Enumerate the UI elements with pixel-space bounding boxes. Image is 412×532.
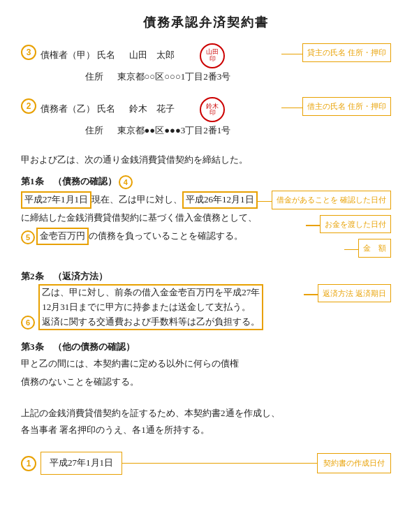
article2-highlight: 乙は、甲に対し、前条の借入金金壱百万円を平成27年 12月31日までに甲方に持参… xyxy=(38,284,263,330)
debtor-address-value: 東京都●●区●●●3丁目2番1号 xyxy=(117,125,231,135)
article1: 第1条 （債務の確認） 4 平成27年1月1日現在、乙は甲に対し、平成26年12… xyxy=(21,175,391,260)
article2-anno-row: 返済方法 返済期日 xyxy=(304,284,391,306)
article2-title: 第2条 （返済方法） xyxy=(21,270,391,283)
article1-anno2-row: お金を渡した日付 xyxy=(306,215,391,237)
article1-annotations: 借金があることを 確認した日付 お金を渡した日付 金 額 xyxy=(314,191,391,260)
article2-badge: 6 xyxy=(21,316,35,330)
article2: 第2条 （返済方法） 6 乙は、甲に対し、前条の借入金金壱百万円を平成27年 1… xyxy=(21,270,391,331)
article1-title: 第1条 （債務の確認） 4 xyxy=(21,175,391,189)
article1-anno2: お金を渡した日付 xyxy=(320,215,391,234)
creditor-main: 3 債権者（甲） 氏名 山田 太郎 山田 印 住所 東京都○○区○○○1丁目2番… xyxy=(21,43,281,90)
debtor-label: 債務者（乙） xyxy=(41,103,95,114)
creditor-connector xyxy=(281,54,302,55)
article2-connector xyxy=(304,294,318,295)
debtor-main: 2 債務者（乙） 氏名 鈴木 花子 鈴木 印 住所 東京都●●区●●●3丁目2番… xyxy=(21,97,281,144)
article1-text2: に締結した金銭消費貸借契約に基づく借入金債務として、 xyxy=(21,212,257,223)
creditor-info: 債権者（甲） 氏名 山田 太郎 山田 印 住所 東京都○○区○○○1丁目2番3号 xyxy=(41,43,281,84)
creditor-badge: 3 xyxy=(21,45,36,60)
footer-date: 平成27年1月1日 xyxy=(41,452,122,475)
article1-anno1-row: 借金があることを 確認した日付 xyxy=(258,191,391,212)
footer-annotation: 契約書の作成日付 xyxy=(317,453,391,473)
creditor-address-value: 東京都○○区○○○1丁目2番3号 xyxy=(117,71,231,82)
article2-annotation: 返済方法 返済期日 xyxy=(318,284,391,303)
article1-body-row: 平成27年1月1日現在、乙は甲に対し、平成26年12月1日 に締結した金銭消費貸… xyxy=(21,191,391,260)
debtor-annotation-area: 借主の氏名 住所・押印 xyxy=(281,97,391,119)
debtor-annotation-box: 借主の氏名 住所・押印 xyxy=(302,97,391,116)
intro-text: 甲および乙は、次の通り金銭消費貸借契約を締結した。 xyxy=(21,152,391,169)
article1-badge4: 4 xyxy=(119,175,133,189)
debtor-badge: 2 xyxy=(21,98,36,114)
creditor-section: 3 債権者（甲） 氏名 山田 太郎 山田 印 住所 東京都○○区○○○1丁目2番… xyxy=(21,43,391,90)
debtor-name-label: 氏名 xyxy=(97,103,115,114)
creditor-label: 債権者（甲） xyxy=(41,50,95,60)
article1-anno1: 借金があることを 確認した日付 xyxy=(272,191,391,209)
article1-connector3 xyxy=(344,249,358,251)
article1-connector2 xyxy=(306,225,320,226)
debtor-section: 2 債務者（乙） 氏名 鈴木 花子 鈴木 印 住所 東京都●●区●●●3丁目2番… xyxy=(21,97,391,144)
debtor-seal: 鈴木 印 xyxy=(200,97,225,122)
article1-connector1 xyxy=(258,201,272,202)
article1-anno3-row: 金 額 xyxy=(344,239,391,260)
article1-anno3: 金 額 xyxy=(358,239,391,258)
bottom-row: 1 平成27年1月1日 契約書の作成日付 xyxy=(21,452,391,475)
article1-text1: 現在、乙は甲に対し、 xyxy=(91,194,182,205)
article3-body: 甲と乙の間には、本契約書に定める以外に何らの債権 債務のないことを確認する。 xyxy=(21,355,391,391)
footer-badge: 1 xyxy=(21,456,36,471)
footer-text: 上記の金銭消費貸借契約を証するため、本契約書2通を作成し、 各当事者 署名押印の… xyxy=(21,405,391,439)
creditor-name-label: 氏名 xyxy=(97,50,115,60)
page-title: 債務承認弁済契約書 xyxy=(21,14,391,31)
article1-amount: 金壱百万円 xyxy=(36,228,89,245)
creditor-annotation-area: 貸主の氏名 住所・押印 xyxy=(281,43,391,65)
creditor-annotation-box: 貸主の氏名 住所・押印 xyxy=(302,43,391,62)
debtor-connector xyxy=(281,108,302,109)
creditor-address-label: 住所 xyxy=(85,71,103,82)
debtor-name-value: 鈴木 花子 xyxy=(129,103,175,114)
article1-date1: 平成27年1月1日 xyxy=(21,191,91,209)
debtor-address-label: 住所 xyxy=(85,125,103,135)
footer-line xyxy=(122,463,317,464)
footer-section: 上記の金銭消費貸借契約を証するため、本契約書2通を作成し、 各当事者 署名押印の… xyxy=(21,405,391,475)
article1-text3: の債務を負っていることを確認する。 xyxy=(89,230,243,241)
creditor-name-value: 山田 太郎 xyxy=(129,50,175,60)
article2-body: 6 乙は、甲に対し、前条の借入金金壱百万円を平成27年 12月31日までに甲方に… xyxy=(21,284,298,331)
article3: 第3条 （他の債務の確認） 甲と乙の間には、本契約書に定める以外に何らの債権 債… xyxy=(21,341,391,391)
article2-body-row: 6 乙は、甲に対し、前条の借入金金壱百万円を平成27年 12月31日までに甲方に… xyxy=(21,284,391,331)
article3-title: 第3条 （他の債務の確認） xyxy=(21,341,391,353)
article1-badge5: 5 xyxy=(21,230,35,244)
article1-date2: 平成26年12月1日 xyxy=(182,191,258,209)
debtor-info: 債務者（乙） 氏名 鈴木 花子 鈴木 印 住所 東京都●●区●●●3丁目2番1号 xyxy=(41,97,281,138)
creditor-seal: 山田 印 xyxy=(200,43,225,68)
